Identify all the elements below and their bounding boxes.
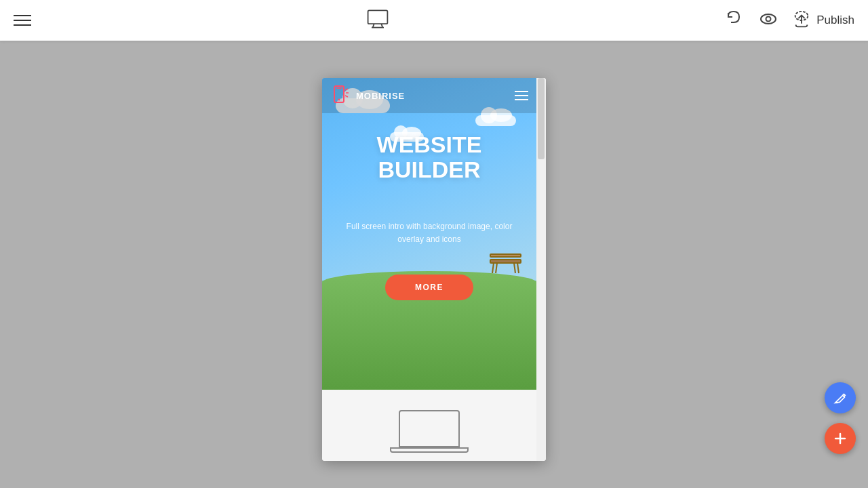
svg-rect-7 (490, 260, 521, 263)
hero-title-line1: WEBSITE (322, 132, 536, 157)
hero-cta-button[interactable]: MORE (385, 274, 473, 300)
scrollbar-thumb (538, 78, 545, 159)
hero-title: WEBSITE BUILDER (322, 132, 536, 183)
svg-line-11 (496, 263, 497, 273)
hero-section: MOBIRISE WEBSITE BUILDER Full screen int… (322, 78, 536, 390)
device-navbar: MOBIRISE (322, 78, 536, 113)
svg-line-12 (514, 263, 515, 273)
device-scrollbar[interactable] (536, 78, 546, 461)
device-bottom-section (322, 390, 536, 461)
publish-label: Publish (816, 14, 854, 27)
svg-line-10 (517, 263, 519, 273)
hero-subtitle: Full screen intro with background image,… (336, 220, 523, 246)
svg-point-4 (761, 14, 776, 24)
svg-rect-0 (368, 10, 388, 24)
svg-line-16 (345, 89, 348, 90)
laptop-outline-icon (399, 410, 460, 447)
canvas-area: MOBIRISE WEBSITE BUILDER Full screen int… (0, 41, 868, 488)
device-preview-frame: MOBIRISE WEBSITE BUILDER Full screen int… (322, 78, 546, 461)
svg-line-18 (345, 96, 348, 97)
bench-illustration (487, 249, 524, 274)
laptop-base (390, 447, 469, 453)
hero-title-line2: BUILDER (322, 157, 536, 182)
svg-point-15 (338, 99, 340, 101)
svg-point-5 (766, 17, 771, 22)
edit-fab-button[interactable] (825, 382, 856, 413)
cloud-2 (475, 115, 516, 126)
device-logo-text: MOBIRISE (356, 91, 405, 101)
svg-rect-8 (490, 254, 521, 257)
add-block-fab-button[interactable] (825, 423, 856, 454)
device-menu-icon (515, 91, 528, 100)
eye-icon[interactable] (758, 9, 778, 32)
publish-button[interactable]: Publish (792, 11, 854, 30)
device-logo: MOBIRISE (330, 85, 405, 106)
svg-line-9 (492, 263, 494, 273)
undo-icon[interactable] (724, 9, 745, 32)
toolbar: Publish (0, 0, 868, 41)
device-content: MOBIRISE WEBSITE BUILDER Full screen int… (322, 78, 536, 461)
monitor-icon[interactable] (366, 7, 390, 34)
hamburger-menu-button[interactable] (14, 15, 31, 26)
